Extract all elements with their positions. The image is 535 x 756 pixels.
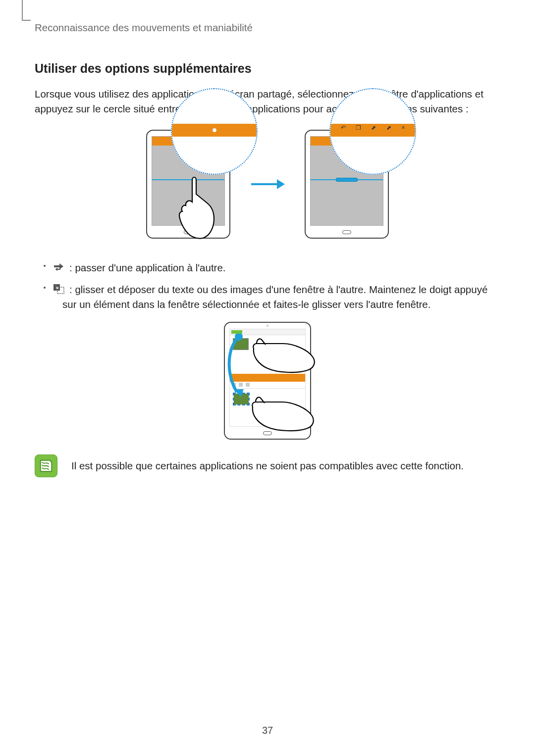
zoom-bubble-options-bar: ↶ ❐ ⬈ ⬈ × (329, 88, 416, 175)
page-number: 37 (262, 725, 273, 736)
drag-icon: ❐ (356, 124, 361, 131)
swap-apps-icon (52, 261, 65, 273)
figure-drag-drop (35, 322, 500, 440)
maximize-icon: ⬈ (386, 124, 391, 131)
options-bullet-list: : passer d'une application à l'autre. : … (35, 260, 500, 311)
bullet-drag-text: : glisser et déposer du texte ou des ima… (62, 284, 487, 310)
bullet-swap-apps: : passer d'une application à l'autre. (35, 260, 500, 275)
expand-icon: ⬈ (371, 124, 376, 131)
bullet-swap-text: : passer d'une application à l'autre. (62, 262, 226, 273)
curved-arrow-icon (224, 334, 254, 398)
section-title: Utiliser des options supplémentaires (35, 61, 500, 76)
chapter-header: Reconnaissance des mouvements et maniabi… (35, 22, 500, 34)
zoom-bubble-handle (171, 88, 258, 175)
intro-paragraph: Lorsque vous utilisez des applications s… (35, 87, 500, 116)
swap-icon: ↶ (341, 124, 346, 131)
svg-marker-1 (277, 179, 285, 189)
svg-marker-4 (234, 389, 244, 397)
arrow-right-icon (250, 177, 285, 192)
note-icon (35, 454, 57, 477)
drag-content-icon (52, 283, 66, 295)
close-icon: × (401, 124, 405, 131)
note-block: Il est possible que certaines applicatio… (35, 454, 500, 477)
note-text: Il est possible que certaines applicatio… (71, 460, 464, 472)
bullet-drag-drop: : glisser et déposer du texte ou des ima… (35, 282, 500, 311)
tablet-drag-drop (224, 322, 311, 440)
page-corner-decoration (22, 0, 31, 21)
figure-split-screen-options: ↶ ❐ ⬈ ⬈ × (35, 130, 500, 239)
